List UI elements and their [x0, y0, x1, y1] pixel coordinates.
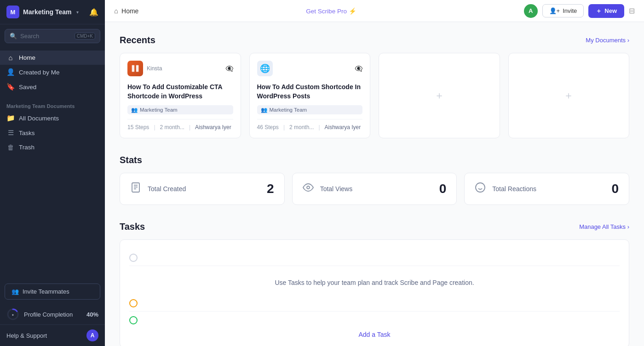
team-icon: 👥 — [261, 107, 267, 113]
help-support-label: Help & Support — [6, 332, 47, 339]
topbar-actions: A 👤+ Invite ＋ New ⊟ — [524, 4, 635, 18]
help-support[interactable]: Help & Support A — [0, 324, 105, 346]
stat-card-reactions: Total Reactions 0 — [464, 173, 629, 205]
manage-all-tasks-link[interactable]: Manage All Tasks › — [579, 223, 629, 230]
search-input[interactable]: 🔍 Search CMD+K — [5, 29, 100, 43]
topbar-home-label: Home — [121, 7, 138, 15]
my-documents-link[interactable]: My Documents › — [586, 37, 629, 44]
doc-card-header: 🌐 👁‍🗨 — [257, 61, 363, 76]
list-icon: ☰ — [6, 129, 15, 137]
invite-label: Invite Teammates — [23, 288, 69, 295]
doc-meta: 46 Steps | 2 month... | Aishwarya Iyer — [257, 119, 363, 130]
sidebar-item-all-documents[interactable]: 📁 All Documents — [0, 111, 105, 125]
sidebar-item-saved[interactable]: 🔖 Saved — [0, 79, 105, 94]
doc-source: Kinsta — [147, 65, 162, 72]
stat-label: Total Reactions — [492, 185, 605, 193]
doc-author: Aishwarya Iyer — [195, 124, 231, 130]
stat-label: Total Created — [148, 185, 260, 193]
svg-text:✦: ✦ — [12, 313, 14, 317]
svg-point-9 — [307, 186, 310, 189]
recents-grid: Kinsta 👁‍🗨 How To Add Customizable CTA S… — [120, 53, 629, 138]
task-checkbox-2[interactable] — [129, 299, 138, 307]
task-row-2 — [129, 295, 620, 312]
stat-value: 0 — [439, 182, 447, 196]
sidebar-item-label: All Documents — [19, 115, 59, 122]
doc-card-2[interactable]: 🌐 👁‍🗨 How To Add Custom Shortcode In Wor… — [249, 53, 371, 138]
topbar: ⌂ Home Get Scribe Pro ⚡ A 👤+ Invite ＋ Ne… — [105, 0, 644, 22]
stats-grid: Total Created 2 Total Views 0 — [120, 173, 629, 205]
stat-label: Total Views — [320, 185, 433, 193]
sidebar-item-label: Saved — [19, 84, 36, 91]
page-content: Recents My Documents › Kinsta 👁‍🗨 How To… — [105, 22, 644, 346]
doc-card-1[interactable]: Kinsta 👁‍🗨 How To Add Customizable CTA S… — [120, 53, 241, 138]
stat-value: 0 — [611, 182, 619, 196]
progress-ring-svg: ✦ — [6, 308, 19, 321]
doc-team: Marketing Team — [270, 107, 307, 113]
tasks-header: Tasks Manage All Tasks › — [120, 221, 629, 232]
bookmark-icon: 🔖 — [6, 83, 15, 91]
topbar-promo-banner[interactable]: Get Scribe Pro ⚡ — [146, 7, 516, 15]
svg-rect-3 — [132, 65, 135, 72]
stat-card-created: Total Created 2 — [120, 173, 285, 205]
plus-icon: ＋ — [564, 89, 574, 102]
stats-title: Stats — [120, 155, 142, 165]
recents-header: Recents My Documents › — [120, 35, 629, 45]
tasks-container: Use Tasks to help your team plan and tra… — [120, 239, 629, 346]
doc-card-header: Kinsta 👁‍🗨 — [127, 61, 233, 76]
doc-date: 2 month... — [160, 124, 184, 130]
doc-card-empty-1[interactable]: ＋ — [379, 53, 500, 138]
sidebar-item-created-by-me[interactable]: 👤 Created by Me — [0, 65, 105, 79]
notifications-icon[interactable]: 🔔 — [89, 8, 98, 17]
invite-teammates-button[interactable]: 👥 Invite Teammates — [5, 284, 100, 300]
sidebar-item-trash[interactable]: 🗑 Trash — [0, 140, 105, 154]
user-avatar: A — [524, 4, 538, 18]
doc-team-tag: 👥 Marketing Team — [127, 105, 233, 114]
sidebar: M Marketing Team ▾ 🔔 🔍 Search CMD+K ⌂ Ho… — [0, 0, 105, 346]
svg-rect-4 — [136, 65, 139, 72]
stat-value: 2 — [267, 182, 274, 196]
search-kbd: CMD+K — [75, 33, 95, 40]
plus-icon: ＋ — [434, 89, 444, 102]
doc-steps: 15 Steps — [127, 124, 149, 130]
workspace-avatar: M — [6, 6, 19, 18]
task-row-3 — [129, 312, 620, 328]
search-placeholder: Search — [20, 33, 71, 40]
doc-card-empty-2[interactable]: ＋ — [508, 53, 630, 138]
task-checkbox-3[interactable] — [129, 316, 138, 324]
task-checkbox-1[interactable] — [129, 254, 138, 262]
stat-card-views: Total Views 0 — [292, 173, 457, 205]
docs-nav: 📁 All Documents ☰ Tasks 🗑 Trash — [0, 111, 105, 154]
workspace-selector[interactable]: M Marketing Team ▾ — [6, 6, 79, 18]
add-task-link[interactable]: Add a Task — [129, 328, 620, 338]
document-icon — [130, 182, 141, 196]
sidebar-item-label: Home — [19, 54, 35, 61]
doc-team-tag: 👥 Marketing Team — [257, 105, 363, 114]
invite-button[interactable]: 👤+ Invite — [542, 4, 584, 17]
sidebar-item-label: Created by Me — [19, 69, 60, 76]
svg-rect-5 — [132, 183, 139, 192]
sidebar-item-home[interactable]: ⌂ Home — [0, 51, 105, 65]
reactions-icon — [475, 182, 486, 196]
doc-date: 2 month... — [289, 124, 314, 130]
main-nav: ⌂ Home 👤 Created by Me 🔖 Saved — [0, 48, 105, 97]
kinsta-logo-svg — [130, 63, 140, 74]
invite-label: Invite — [563, 7, 577, 14]
profile-completion[interactable]: ✦ Profile Completion 40% — [0, 304, 105, 324]
layout-icon[interactable]: ⊟ — [629, 6, 635, 15]
home-icon: ⌂ — [114, 7, 118, 15]
doc-title: How To Add Custom Shortcode In WordPress… — [257, 83, 363, 101]
trash-icon: 🗑 — [6, 143, 15, 151]
tasks-title: Tasks — [120, 221, 145, 232]
user-avatar: A — [86, 329, 98, 341]
doc-author: Aishwarya Iyer — [325, 124, 361, 130]
visibility-icon: 👁‍🗨 — [225, 65, 233, 72]
sidebar-item-tasks[interactable]: ☰ Tasks — [0, 125, 105, 140]
invite-icon: 👥 — [12, 288, 19, 295]
recents-title: Recents — [120, 35, 155, 45]
new-button[interactable]: ＋ New — [588, 4, 624, 18]
chevron-down-icon: ▾ — [76, 10, 79, 15]
docs-section-title: Marketing Team Documents — [0, 97, 105, 111]
topbar-home-link[interactable]: ⌂ Home — [114, 7, 138, 15]
kinsta-logo — [127, 61, 143, 76]
profile-ring-icon: ✦ — [6, 308, 19, 321]
